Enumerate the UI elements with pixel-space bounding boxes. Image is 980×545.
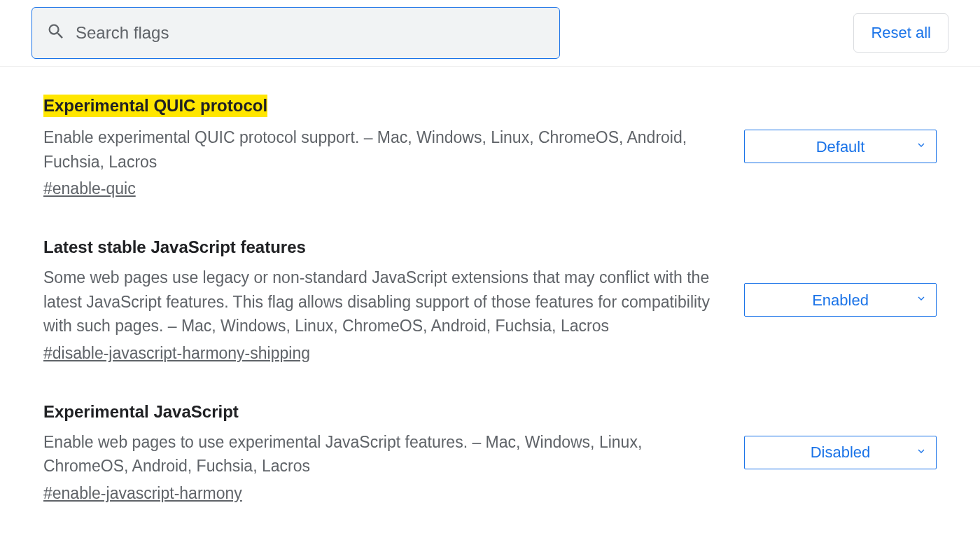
search-icon [46, 22, 66, 44]
flag-hash-link[interactable]: #enable-quic [43, 179, 136, 198]
search-container[interactable] [31, 7, 560, 59]
flag-description: Some web pages use legacy or non-standar… [43, 265, 723, 338]
flag-text: Experimental JavaScript Enable web pages… [43, 402, 723, 503]
flag-select-wrap: Enabled [744, 283, 937, 317]
flag-text: Latest stable JavaScript features Some w… [43, 237, 723, 363]
flag-select-wrap: Disabled [744, 436, 937, 469]
flag-text: Experimental QUIC protocol Enable experi… [43, 95, 723, 198]
flag-title: Latest stable JavaScript features [43, 237, 306, 257]
flag-row: Experimental JavaScript Enable web pages… [43, 402, 937, 503]
flag-state-select[interactable]: Enabled [744, 283, 937, 317]
flag-row: Experimental QUIC protocol Enable experi… [43, 95, 937, 198]
flag-state-select[interactable]: Default [744, 130, 937, 163]
flag-description: Enable experimental QUIC protocol suppor… [43, 125, 723, 174]
topbar: Reset all [0, 0, 980, 67]
flag-title: Experimental QUIC protocol [43, 95, 267, 117]
search-input[interactable] [76, 23, 545, 43]
flag-hash-link[interactable]: #enable-javascript-harmony [43, 484, 242, 503]
flag-hash-link[interactable]: #disable-javascript-harmony-shipping [43, 344, 310, 363]
flags-list: Experimental QUIC protocol Enable experi… [0, 67, 980, 545]
flag-row: Latest stable JavaScript features Some w… [43, 237, 937, 363]
reset-all-button[interactable]: Reset all [853, 13, 948, 53]
flag-title: Experimental JavaScript [43, 402, 239, 422]
flag-state-select[interactable]: Disabled [744, 436, 937, 469]
flag-description: Enable web pages to use experimental Jav… [43, 430, 723, 478]
flag-select-wrap: Default [744, 130, 937, 163]
